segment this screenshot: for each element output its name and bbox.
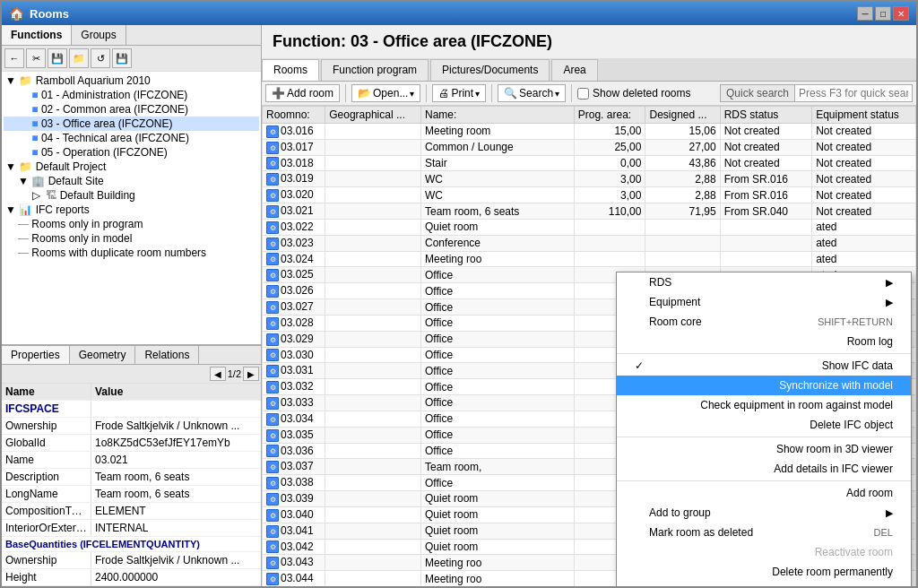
context-menu-item[interactable]: Delete room permanently	[617, 562, 911, 582]
show-deleted-checkbox[interactable]	[577, 88, 589, 99]
context-menu-item[interactable]: Reactivate room	[617, 542, 911, 562]
tab-groups[interactable]: Groups	[72, 25, 126, 45]
room-icon: ⚙	[266, 349, 279, 361]
print-button[interactable]: 🖨 Print ▾	[432, 84, 486, 102]
rooms-table-container: Roomno: Geographical ... Name: Prog. are…	[262, 106, 916, 586]
left-tab-bar: Functions Groups	[2, 25, 261, 46]
props-longname-value: Team room, 6 seats	[91, 486, 261, 502]
tree-item-02[interactable]: ■ 02 - Common area (IFCZONE)	[4, 102, 259, 117]
col-geo: Geographical ...	[325, 107, 421, 124]
props-next-button[interactable]: ▶	[243, 367, 259, 381]
props-prev-button[interactable]: ◀	[210, 367, 226, 381]
tree-item-default-building[interactable]: ▷ 🏗 Default Building	[4, 188, 259, 203]
room-icon: ⚙	[266, 301, 279, 314]
props-table: Name Value IFCSPACE Ownership Frode Salt…	[2, 384, 261, 586]
table-row[interactable]: ⚙03.018 Stair 0,00 43,86 Not created Not…	[263, 155, 916, 171]
props-row-longname: LongName Team room, 6 seats	[2, 486, 261, 503]
shortcut-label: SHIFT+RETURN	[818, 316, 893, 327]
props-comp-name: CompositionType	[2, 503, 91, 519]
search-button[interactable]: 🔍 Search ▾	[498, 84, 566, 102]
tab-relations[interactable]: Relations	[135, 346, 199, 364]
props-page-indicator: 1/2	[228, 368, 241, 379]
minimize-button[interactable]: ─	[857, 6, 873, 21]
tab-function-program[interactable]: Function program	[321, 59, 429, 81]
save-button[interactable]: 💾	[48, 48, 67, 68]
tab-area[interactable]: Area	[551, 59, 597, 81]
tab-properties[interactable]: Properties	[2, 346, 70, 364]
shortcut-label: DEL	[874, 527, 893, 538]
show-deleted-container: Show deleted rooms	[577, 87, 690, 99]
context-menu-item[interactable]: Show room in 3D viewer	[617, 439, 911, 459]
cut-button[interactable]: ✂	[26, 48, 46, 68]
room-icon: ⚙	[266, 557, 279, 569]
right-toolbar: ➕ Add room 📂 Open... ▾ 🖨 Print ▾ 🔍	[262, 82, 916, 106]
tree-item-default-project[interactable]: ▼ 📁 Default Project	[4, 160, 259, 174]
tab-rooms[interactable]: Rooms	[262, 59, 319, 81]
menu-item-label: Room log	[847, 335, 893, 348]
open-icon: 📂	[358, 87, 371, 99]
room-icon: ⚙	[266, 238, 279, 250]
tree-item-ramboll[interactable]: ▼ 📁 Ramboll Aquarium 2010	[4, 74, 259, 88]
props-desc-name: Description	[2, 469, 91, 485]
props-ifcspace-label: IFCSPACE	[2, 401, 91, 417]
refresh-button[interactable]: ↺	[91, 48, 110, 68]
tree-item-rooms-duplicate[interactable]: — Rooms with duplicate room numbers	[4, 246, 259, 260]
props-row-globalid: GlobalId 1o8KZ5dC53efJfEY17emYb	[2, 435, 261, 452]
tab-geometry[interactable]: Geometry	[70, 346, 136, 364]
tree-item-rooms-model[interactable]: — Rooms only in model	[4, 231, 259, 246]
context-menu-item[interactable]: ✓Show IFC data	[617, 356, 911, 376]
window-controls: ─ □ ✕	[857, 6, 909, 21]
table-row[interactable]: ⚙03.016 Meeting room 15,00 15,06 Not cre…	[263, 124, 916, 140]
open-button[interactable]: 📂 Open... ▾	[351, 84, 420, 102]
context-menu-item[interactable]: Room log	[617, 332, 911, 351]
tree-item-03[interactable]: ■ 03 - Office area (IFCZONE)	[4, 117, 259, 131]
menu-item-label: Mark room as deleted	[649, 526, 753, 539]
context-menu-item[interactable]: Copy room	[617, 582, 911, 586]
back-button[interactable]: ←	[4, 48, 24, 68]
submenu-arrow-icon: ▶	[886, 277, 893, 288]
maximize-button[interactable]: □	[875, 6, 891, 21]
table-row[interactable]: ⚙03.017 Common / Lounge 25,00 27,00 Not …	[263, 139, 916, 155]
context-menu-separator	[617, 437, 911, 437]
tree-item-04[interactable]: ■ 04 - Technical area (IFCZONE)	[4, 131, 259, 145]
folder-button[interactable]: 📁	[69, 48, 89, 68]
tree-item-05[interactable]: ■ 05 - Operation (IFCZONE)	[4, 145, 259, 160]
tab-pictures-docs[interactable]: Pictures/Documents	[430, 59, 550, 81]
context-menu-item[interactable]: Add room	[617, 483, 911, 503]
table-row[interactable]: ⚙03.019 WC 3,00 2,88 From SR.016 Not cre…	[263, 171, 916, 187]
quick-search-input[interactable]	[795, 85, 912, 101]
open-dropdown-icon: ▾	[410, 89, 414, 99]
table-row[interactable]: ⚙03.024 Meeting roo ated	[263, 251, 916, 267]
room-icon: ⚙	[266, 173, 279, 186]
props-row-ownership: Ownership Frode Saltkjelvik / Unknown ..…	[2, 418, 261, 435]
search-dropdown-icon: ▾	[555, 89, 559, 99]
context-menu-item[interactable]: Equipment▶	[617, 292, 911, 312]
props-name-name: Name	[2, 452, 91, 468]
col-eq: Equipment status	[812, 107, 916, 124]
menu-item-label: Check equipment in room against model	[700, 399, 893, 411]
tree-item-01[interactable]: ■ 01 - Administration (IFCZONE)	[4, 88, 259, 102]
save2-button[interactable]: 💾	[112, 48, 132, 68]
room-icon: ⚙	[266, 253, 279, 265]
context-menu-item[interactable]: RDS▶	[617, 272, 911, 292]
context-menu-item[interactable]: Check equipment in room against model	[617, 395, 911, 415]
context-menu-item[interactable]: Add to group▶	[617, 503, 911, 523]
close-button[interactable]: ✕	[893, 6, 909, 21]
context-menu-item[interactable]: Delete IFC object	[617, 415, 911, 435]
table-row[interactable]: ⚙03.022 Quiet room ated	[263, 219, 916, 235]
right-panel: Function: 03 - Office area (IFCZONE) Roo…	[262, 25, 916, 586]
add-room-button[interactable]: ➕ Add room	[265, 84, 340, 102]
context-menu-item[interactable]: Mark room as deletedDEL	[617, 523, 911, 542]
menu-item-label: Room core	[649, 316, 702, 328]
tree-item-rooms-program[interactable]: — Rooms only in program	[4, 217, 259, 231]
table-row[interactable]: ⚙03.020 WC 3,00 2,88 From SR.016 Not cre…	[263, 187, 916, 203]
context-menu-item[interactable]: Add details in IFC viewer	[617, 459, 911, 479]
table-row[interactable]: ⚙03.023 Conference ated	[263, 235, 916, 251]
tree-item-ifc-reports[interactable]: ▼ 📊 IFC reports	[4, 203, 259, 217]
table-row[interactable]: ⚙03.021 Team room, 6 seats 110,00 71,95 …	[263, 203, 916, 220]
tab-functions[interactable]: Functions	[2, 25, 72, 45]
tree-item-default-site[interactable]: ▼ 🏢 Default Site	[4, 174, 259, 188]
context-menu-item[interactable]: Room coreSHIFT+RETURN	[617, 312, 911, 332]
title-bar: 🏠 Rooms ─ □ ✕	[2, 2, 916, 25]
context-menu-item[interactable]: Synchronize with model	[617, 376, 911, 395]
